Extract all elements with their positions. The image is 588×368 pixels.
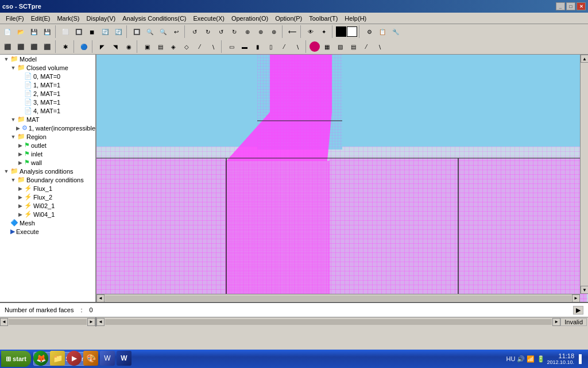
tb-btn6[interactable]: 🔲 [72,25,85,38]
tree-mesh[interactable]: 🔷 Mesh [0,218,95,227]
hscroll-right[interactable]: ► [572,294,580,302]
tb2-btn9[interactable]: ◉ [122,40,135,53]
tb-open[interactable]: 📂 [14,25,27,38]
tree-analysis-conditions[interactable]: ▼ 📁 Analysis conditions [0,167,95,175]
tree-wi04[interactable]: ▶ ⚡ Wi04_1 [0,210,95,218]
tree-mat3[interactable]: 📄 3, MAT=1 [0,98,95,106]
tb-btn12[interactable]: 🔍 [157,25,169,38]
tree-hscroll[interactable]: ◄ ► [0,317,96,327]
tb-btn13[interactable]: ↩ [170,25,183,38]
taskbar-explorer-icon[interactable]: 📁 [50,351,65,366]
expander-region[interactable]: ▼ [9,134,17,140]
menu-execute[interactable]: Execute(X) [190,14,228,23]
menu-file[interactable]: File(F) [2,14,28,23]
tb2-btn4[interactable]: ⬛ [41,40,53,53]
tb-btn8[interactable]: 🔄 [99,25,111,38]
tb2-btn14[interactable]: ∕ [194,40,206,53]
tb-btn23[interactable]: ✦ [318,25,330,38]
close-button[interactable]: ✕ [577,2,586,10]
tb-btn28[interactable]: 🔧 [389,25,402,38]
tb-btn25[interactable] [347,26,357,37]
tree-execute[interactable]: ▶ Execute [0,227,95,236]
tree-inlet[interactable]: ▶ ⚑ inlet [0,150,95,158]
tb2-btn1[interactable]: ⬛ [1,40,14,53]
tb-btn14[interactable]: ↺ [188,25,201,38]
expander-wi04[interactable]: ▶ [16,212,24,217]
viewport-hscroll[interactable]: ◄ ► [96,294,580,302]
taskbar-word-icon[interactable]: W [117,351,131,366]
tb-btn21[interactable]: ⟵ [286,25,299,38]
tb2-btn6[interactable]: 🔵 [78,40,90,53]
expander-model[interactable]: ▼ [2,56,10,62]
start-button[interactable]: ⊞ start [1,351,31,367]
tb-btn22[interactable]: 👁 [304,25,317,38]
expander-bc[interactable]: ▼ [9,177,17,183]
tb2-btn22[interactable] [310,41,320,52]
menu-mark[interactable]: Mark(S) [53,14,83,23]
menu-help[interactable]: Help(H) [341,14,370,23]
scroll-right-arrow[interactable]: ▶ [573,306,583,315]
tb2-btn12[interactable]: ◈ [167,40,180,53]
tb-btn19[interactable]: ⊕ [254,25,267,38]
tb-btn9[interactable]: 🔄 [112,25,125,38]
tb-btn26[interactable]: ⚙ [363,25,376,38]
tb-btn5[interactable]: ⬜ [59,25,72,38]
tree-mat4[interactable]: 📄 4, MAT=1 [0,106,95,115]
tb-btn20[interactable]: ⊕ [268,25,280,38]
tree-mat2[interactable]: 📄 2, MAT=1 [0,89,95,98]
maximize-button[interactable]: □ [566,2,575,10]
tree-outlet[interactable]: ▶ ⚑ outlet [0,141,95,150]
tb2-btn11[interactable]: ▤ [154,40,167,53]
vp-hscroll-left[interactable]: ◄ [96,318,105,326]
tree-mat1[interactable]: 📄 1, MAT=1 [0,80,95,89]
menu-option[interactable]: Option(P) [272,14,305,23]
tb2-btn7[interactable]: ◤ [96,40,109,53]
tb-btn10[interactable]: 🔲 [130,25,143,38]
expander-wi02[interactable]: ▶ [16,203,24,209]
tb2-btn17[interactable]: ▬ [238,40,251,53]
menu-operation[interactable]: Operation(O) [228,14,272,23]
tb-save2[interactable]: 💾 [41,25,53,38]
show-desktop-icon[interactable]: ▌ [579,354,585,363]
tb2-btn2[interactable]: ⬛ [14,40,27,53]
tree-wall[interactable]: ▶ ⚑ wall [0,158,95,167]
tree-closed-volume[interactable]: ▼ 📁 Closed volume [0,63,95,72]
tb2-btn5[interactable]: ✱ [59,40,72,53]
tb2-btn27[interactable]: ∖ [373,40,386,53]
hscroll-left[interactable]: ◄ [96,294,105,302]
expander-wall[interactable]: ▶ [16,160,24,166]
tb-btn17[interactable]: ↻ [228,25,241,38]
tree-mat0[interactable]: 📄 0, MAT=0 [0,72,95,80]
tb-btn11[interactable]: 🔍 [144,25,156,38]
tb2-btn16[interactable]: ▭ [225,40,238,53]
tb-new[interactable]: 📄 [1,25,14,38]
window-controls[interactable]: _ □ ✕ [556,2,586,10]
minimize-button[interactable]: _ [556,2,565,10]
taskbar-firefox-icon[interactable]: 🦊 [33,351,48,366]
tb2-btn3[interactable]: ⬛ [28,40,40,53]
expander-inlet[interactable]: ▶ [16,151,24,157]
expander-outlet[interactable]: ▶ [16,143,24,148]
menu-edit[interactable]: Edit(E) [28,14,54,23]
menu-display[interactable]: Display(V) [83,14,119,23]
vp-hscroll-right[interactable]: ► [552,318,560,326]
vscroll-up[interactable]: ▲ [581,55,588,63]
viewport[interactable]: Y X Z ▲ ▼ ◄ ► [96,55,588,302]
tb-btn15[interactable]: ↻ [202,25,214,38]
expander-closed-volume[interactable]: ▼ [9,65,17,71]
tb2-btn20[interactable]: ∕ [278,40,291,53]
expander-water[interactable]: ▶ [14,125,22,131]
expander-mat[interactable]: ▼ [9,117,17,122]
taskbar-paint-icon[interactable]: 🎨 [83,351,98,366]
tree-boundary-conditions[interactable]: ▼ 📁 Boundary conditions [0,175,95,184]
tb-btn18[interactable]: ⊕ [241,25,254,38]
tree-model[interactable]: ▼ 📁 Model [0,55,95,63]
tb2-btn10[interactable]: ▣ [141,40,153,53]
viewport-vscroll[interactable]: ▲ ▼ [580,55,588,294]
tb-save[interactable]: 💾 [28,25,40,38]
tree-flux2[interactable]: ▶ ⚡ Flux_2 [0,193,95,201]
tree-mat[interactable]: ▼ 📁 MAT [0,115,95,124]
tb-btn16[interactable]: ↺ [215,25,227,38]
taskbar-app-icon-6[interactable]: W [100,351,115,366]
tree-wi02[interactable]: ▶ ⚡ Wi02_1 [0,201,95,210]
